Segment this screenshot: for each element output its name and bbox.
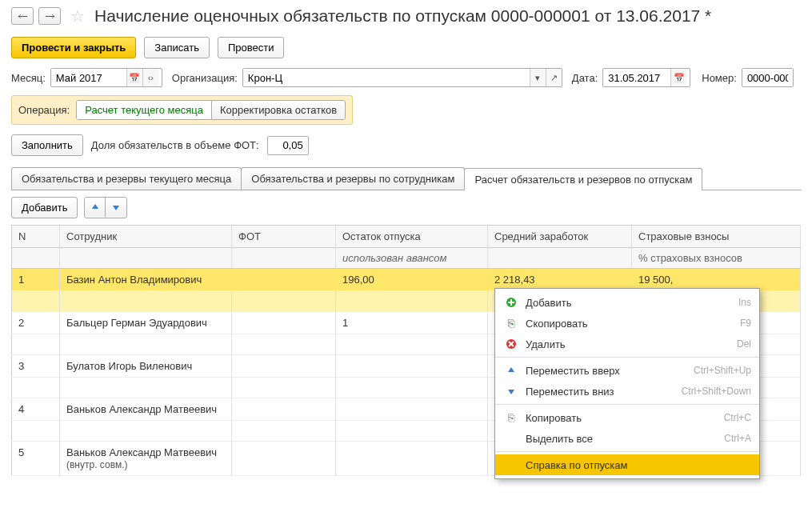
date-picker-icon[interactable]: 📅 [670, 69, 686, 86]
forward-button[interactable]: 🡒 [38, 7, 61, 25]
tab-by-employee[interactable]: Обязательства и резервы по сотрудникам [241, 167, 465, 190]
report-icon [503, 458, 519, 471]
arrow-down-icon [503, 385, 519, 398]
menu-copy[interactable]: ⎘ Скопировать F9 [495, 313, 759, 334]
col-rest[interactable]: Остаток отпуска [336, 226, 488, 248]
favorite-star-icon[interactable]: ☆ [70, 6, 85, 26]
delete-icon [503, 338, 519, 350]
tab-current-month[interactable]: Обязательства и резервы текущего месяца [11, 167, 242, 190]
add-row-button[interactable]: Добавить [11, 197, 78, 218]
plus-icon [503, 296, 519, 309]
copy-icon: ⎘ [503, 317, 519, 330]
month-label: Месяц: [11, 72, 46, 84]
col-insurance-sub: % страховых взносов [632, 248, 801, 269]
number-label: Номер: [702, 72, 737, 84]
menu-move-up[interactable]: Переместить вверх Ctrl+Shift+Up [495, 360, 759, 381]
menu-move-down[interactable]: Переместить вниз Ctrl+Shift+Down [495, 381, 759, 402]
move-down-button[interactable] [106, 198, 126, 217]
op-current-month[interactable]: Расчет текущего месяца [77, 101, 212, 119]
col-employee[interactable]: Сотрудник [60, 226, 232, 248]
menu-vacation-report[interactable]: Справка по отпускам [495, 454, 759, 475]
menu-clipboard-copy[interactable]: ⎘ Копировать Ctrl+C [495, 407, 759, 428]
org-input[interactable] [243, 69, 530, 86]
org-label: Организация: [172, 72, 238, 84]
date-input[interactable] [603, 69, 670, 86]
col-rest-sub: использован авансом [336, 248, 488, 269]
fill-button[interactable]: Заполнить [11, 134, 83, 156]
col-avg[interactable]: Средний заработок [488, 226, 632, 248]
tab-vacation-calc[interactable]: Расчет обязательств и резервов по отпуск… [464, 168, 702, 190]
write-button[interactable]: Записать [144, 37, 210, 58]
page-title: Начисление оценочных обязательств по отп… [94, 6, 711, 26]
month-stepper-icon[interactable]: ‹› [142, 69, 158, 86]
menu-select-all[interactable]: Выделить все Ctrl+A [495, 428, 759, 449]
org-open-icon[interactable]: ↗ [546, 69, 562, 86]
back-button[interactable]: 🡐 [11, 7, 34, 25]
operation-panel: Операция: Расчет текущего месяца Коррект… [11, 95, 353, 125]
operation-label: Операция: [18, 104, 70, 116]
menu-delete[interactable]: Удалить Del [495, 334, 759, 354]
move-up-button[interactable] [85, 198, 106, 217]
col-n[interactable]: N [12, 226, 60, 248]
post-and-close-button[interactable]: Провести и закрыть [11, 37, 136, 58]
op-correction[interactable]: Корректировка остатков [212, 101, 345, 119]
date-label: Дата: [572, 72, 598, 84]
month-picker-icon[interactable]: 📅 [126, 69, 142, 86]
context-menu: Добавить Ins ⎘ Скопировать F9 Удалить De… [494, 288, 760, 479]
post-button[interactable]: Провести [218, 37, 285, 58]
menu-add[interactable]: Добавить Ins [495, 292, 759, 313]
arrow-up-icon [503, 364, 519, 377]
col-insurance[interactable]: Страховые взносы [632, 226, 801, 248]
number-input[interactable] [742, 69, 793, 86]
col-fot[interactable]: ФОТ [232, 226, 336, 248]
share-input[interactable] [268, 137, 308, 154]
clipboard-icon: ⎘ [503, 411, 519, 424]
month-input[interactable] [51, 69, 126, 86]
share-label: Доля обязательств в объеме ФОТ: [91, 139, 259, 151]
org-dropdown-icon[interactable]: ▾ [530, 69, 546, 86]
select-all-icon [503, 432, 519, 445]
